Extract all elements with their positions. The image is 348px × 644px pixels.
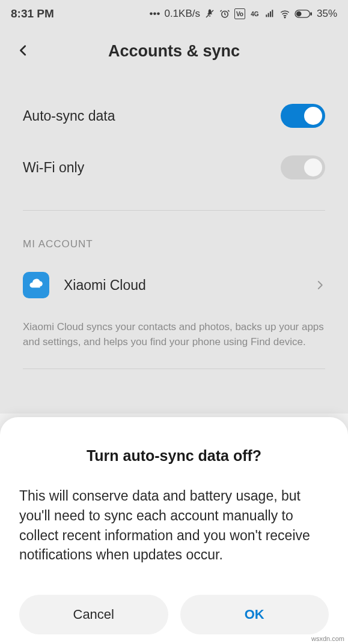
xiaomi-cloud-label: Xiaomi Cloud bbox=[64, 277, 300, 293]
auto-sync-label: Auto-sync data bbox=[23, 108, 115, 124]
ok-button[interactable]: OK bbox=[180, 595, 329, 634]
back-button[interactable] bbox=[17, 41, 30, 61]
watermark: wsxdn.com bbox=[311, 635, 344, 642]
cloud-icon bbox=[23, 272, 49, 298]
alarm-icon bbox=[219, 8, 230, 19]
xiaomi-cloud-description: Xiaomi Cloud syncs your contacts and pho… bbox=[23, 320, 325, 349]
svg-rect-9 bbox=[310, 12, 312, 15]
dnd-icon bbox=[204, 8, 215, 19]
signal-icon: 4G bbox=[249, 8, 260, 19]
page-title: Accounts & sync bbox=[0, 42, 348, 61]
status-speed: 0.1KB/s bbox=[164, 8, 200, 20]
status-dots: ••• bbox=[150, 8, 160, 20]
volte-icon: Vo bbox=[234, 8, 245, 19]
auto-sync-row[interactable]: Auto-sync data bbox=[23, 90, 325, 142]
svg-rect-8 bbox=[296, 11, 302, 17]
cancel-button[interactable]: Cancel bbox=[19, 595, 168, 634]
wifi-only-label: Wi-Fi only bbox=[23, 160, 84, 176]
svg-point-6 bbox=[284, 17, 285, 18]
svg-rect-5 bbox=[272, 10, 273, 17]
svg-rect-3 bbox=[268, 13, 269, 17]
status-bar: 8:31 PM ••• 0.1KB/s Vo 4G 35% bbox=[0, 0, 348, 28]
svg-rect-4 bbox=[270, 11, 271, 17]
xiaomi-cloud-row[interactable]: Xiaomi Cloud bbox=[23, 267, 325, 303]
status-battery: 35% bbox=[317, 8, 337, 20]
confirm-dialog: Turn auto-sync data off? This will conse… bbox=[0, 417, 348, 644]
wifi-icon bbox=[279, 8, 290, 19]
svg-rect-2 bbox=[266, 14, 267, 17]
mi-account-section-header: MI ACCOUNT bbox=[23, 238, 325, 250]
status-time: 8:31 PM bbox=[11, 7, 54, 20]
battery-icon bbox=[295, 8, 313, 19]
dialog-body: This will conserve data and battery usag… bbox=[19, 486, 329, 565]
signal-bars-icon bbox=[264, 8, 275, 19]
auto-sync-toggle[interactable] bbox=[281, 104, 325, 128]
divider bbox=[23, 369, 325, 369]
chevron-right-icon bbox=[314, 276, 325, 295]
wifi-only-toggle[interactable] bbox=[281, 155, 325, 179]
dialog-title: Turn auto-sync data off? bbox=[19, 447, 329, 465]
page-header: Accounts & sync bbox=[0, 28, 348, 74]
wifi-only-row[interactable]: Wi-Fi only bbox=[23, 142, 325, 193]
divider bbox=[23, 210, 325, 211]
